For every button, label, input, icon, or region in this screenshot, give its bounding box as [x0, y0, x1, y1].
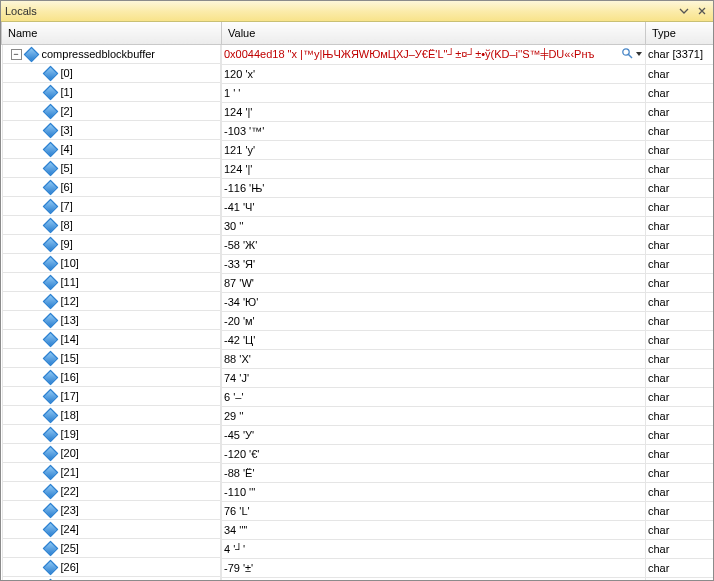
- table-row[interactable]: [23]76 'L'char: [2, 501, 714, 520]
- col-type[interactable]: Type: [646, 22, 714, 45]
- table-row[interactable]: [12]-34 'Ю'char: [2, 292, 714, 311]
- element-value[interactable]: 30 '': [222, 216, 646, 235]
- element-type: char: [646, 330, 714, 349]
- field-icon: [45, 296, 56, 307]
- element-index: [0]: [60, 67, 73, 79]
- field-icon: [45, 87, 56, 98]
- element-value[interactable]: 120 'x': [222, 64, 646, 83]
- element-value[interactable]: -41 'Ч': [222, 197, 646, 216]
- visualizer-dropdown-icon[interactable]: [635, 48, 643, 60]
- table-row[interactable]: [26]-79 '±'char: [2, 558, 714, 577]
- close-icon[interactable]: [695, 5, 709, 17]
- element-type: char: [646, 444, 714, 463]
- locals-table: Name Value Type − compressedblockbuffer: [1, 22, 713, 580]
- table-row[interactable]: [13]-20 'м'char: [2, 311, 714, 330]
- element-value[interactable]: -88 'Ё': [222, 463, 646, 482]
- table-row[interactable]: [19]-45 'У'char: [2, 425, 714, 444]
- field-icon: [45, 486, 56, 497]
- element-value[interactable]: -45 'У': [222, 425, 646, 444]
- table-row[interactable]: [18]29 ''char: [2, 406, 714, 425]
- table-row[interactable]: [22]-110 '''char: [2, 482, 714, 501]
- element-value[interactable]: -120 '€': [222, 444, 646, 463]
- table-row[interactable]: [16]74 'J'char: [2, 368, 714, 387]
- table-row[interactable]: [4]121 'y'char: [2, 140, 714, 159]
- root-value[interactable]: 0x0044ed18 "x |™y|ЊЧЖЯWЮмЦXJ–У€Ё'L"┘±¤┘±…: [224, 47, 643, 61]
- element-value[interactable]: 124 '|': [222, 102, 646, 121]
- element-value[interactable]: -103 '™': [222, 121, 646, 140]
- table-row[interactable]: [7]-41 'Ч'char: [2, 197, 714, 216]
- table-row[interactable]: [3]-103 '™'char: [2, 121, 714, 140]
- element-index: [13]: [60, 314, 79, 326]
- element-value[interactable]: -33 'Я': [222, 254, 646, 273]
- field-icon: [45, 68, 56, 79]
- table-row[interactable]: [14]-42 'Ц'char: [2, 330, 714, 349]
- table-row[interactable]: [27]-92 '¤'char: [2, 577, 714, 580]
- col-name[interactable]: Name: [2, 22, 222, 45]
- element-value[interactable]: 1 ' ': [222, 83, 646, 102]
- element-type: char: [646, 102, 714, 121]
- element-value[interactable]: -34 'Ю': [222, 292, 646, 311]
- element-value[interactable]: -110 ''': [222, 482, 646, 501]
- element-value[interactable]: -58 'Ж': [222, 235, 646, 254]
- root-row[interactable]: − compressedblockbuffer 0x0044ed18 "x |™…: [2, 45, 714, 65]
- field-icon: [45, 277, 56, 288]
- element-value[interactable]: 124 '|': [222, 159, 646, 178]
- table-row[interactable]: [25]4 '┘'char: [2, 539, 714, 558]
- element-index: [4]: [60, 143, 73, 155]
- element-value[interactable]: -20 'м': [222, 311, 646, 330]
- dropdown-icon[interactable]: [677, 5, 691, 17]
- field-icon: [45, 182, 56, 193]
- element-value[interactable]: 74 'J': [222, 368, 646, 387]
- table-row[interactable]: [8]30 ''char: [2, 216, 714, 235]
- table-row[interactable]: [0]120 'x'char: [2, 64, 714, 83]
- element-value[interactable]: -79 '±': [222, 558, 646, 577]
- element-index: [6]: [60, 181, 73, 193]
- svg-line-1: [629, 55, 633, 59]
- element-value[interactable]: 87 'W': [222, 273, 646, 292]
- element-value[interactable]: 29 '': [222, 406, 646, 425]
- field-icon: [45, 543, 56, 554]
- element-value[interactable]: 6 '–': [222, 387, 646, 406]
- element-value[interactable]: 4 '┘': [222, 539, 646, 558]
- element-index: [14]: [60, 333, 79, 345]
- element-index: [22]: [60, 485, 79, 497]
- element-value[interactable]: 88 'X': [222, 349, 646, 368]
- element-index: [23]: [60, 504, 79, 516]
- panel-title: Locals: [5, 5, 37, 17]
- element-value[interactable]: 121 'y': [222, 140, 646, 159]
- element-type: char: [646, 406, 714, 425]
- table-row[interactable]: [15]88 'X'char: [2, 349, 714, 368]
- element-value[interactable]: -42 'Ц': [222, 330, 646, 349]
- table-row[interactable]: [10]-33 'Я'char: [2, 254, 714, 273]
- field-icon: [45, 258, 56, 269]
- element-value[interactable]: -116 'Њ': [222, 178, 646, 197]
- table-row[interactable]: [20]-120 '€'char: [2, 444, 714, 463]
- table-row[interactable]: [24]34 '"'char: [2, 520, 714, 539]
- element-type: char: [646, 254, 714, 273]
- element-value[interactable]: 76 'L': [222, 501, 646, 520]
- element-index: [7]: [60, 200, 73, 212]
- table-row[interactable]: [6]-116 'Њ'char: [2, 178, 714, 197]
- table-row[interactable]: [2]124 '|'char: [2, 102, 714, 121]
- element-type: char: [646, 273, 714, 292]
- expand-toggle[interactable]: −: [11, 49, 22, 60]
- visualizer-icon[interactable]: [621, 47, 633, 61]
- field-icon: [45, 163, 56, 174]
- table-row[interactable]: [1]1 ' 'char: [2, 83, 714, 102]
- element-index: [10]: [60, 257, 79, 269]
- element-value[interactable]: -92 '¤': [222, 577, 646, 580]
- locals-grid[interactable]: Name Value Type − compressedblockbuffer: [1, 22, 713, 580]
- table-row[interactable]: [21]-88 'Ё'char: [2, 463, 714, 482]
- field-icon: [45, 524, 56, 535]
- field-icon: [45, 410, 56, 421]
- element-value[interactable]: 34 '"': [222, 520, 646, 539]
- table-row[interactable]: [11]87 'W'char: [2, 273, 714, 292]
- table-row[interactable]: [17]6 '–'char: [2, 387, 714, 406]
- field-icon: [45, 429, 56, 440]
- element-type: char: [646, 121, 714, 140]
- element-type: char: [646, 539, 714, 558]
- col-value[interactable]: Value: [222, 22, 646, 45]
- table-row[interactable]: [5]124 '|'char: [2, 159, 714, 178]
- field-icon: [45, 334, 56, 345]
- table-row[interactable]: [9]-58 'Ж'char: [2, 235, 714, 254]
